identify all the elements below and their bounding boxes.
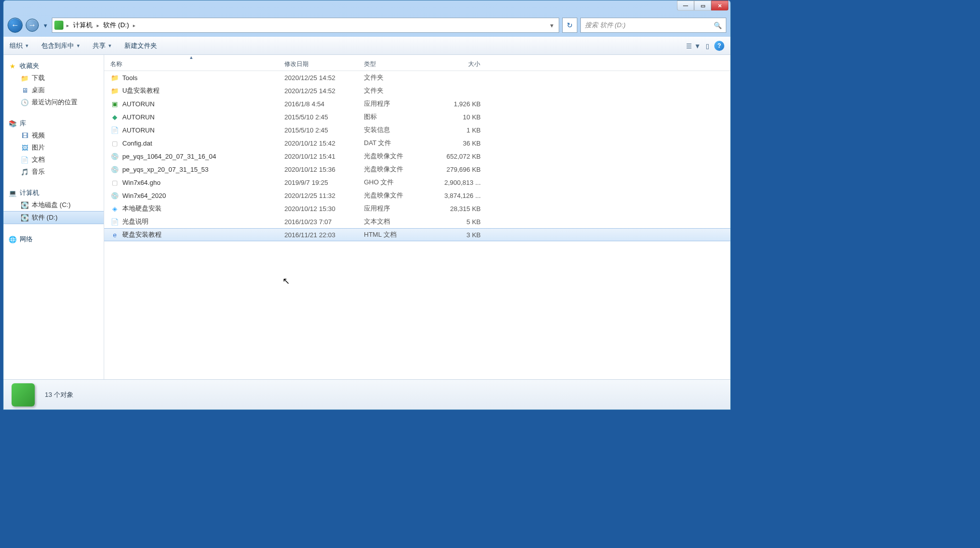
sidebar-music[interactable]: 🎵音乐 [4, 166, 104, 178]
drive-status-icon [12, 383, 35, 406]
sidebar-documents[interactable]: 📄文档 [4, 154, 104, 166]
address-bar[interactable]: ▸ 计算机 ▸ 软件 (D:) ▸ ▾ [52, 18, 559, 33]
file-row[interactable]: ◈本地硬盘安装2020/10/12 15:30应用程序28,315 KB [104, 202, 730, 215]
file-row[interactable]: ▣AUTORUN2016/1/8 4:54应用程序1,926 KB [104, 97, 730, 110]
status-count: 13 个对象 [45, 390, 73, 399]
computer-icon: 💻 [9, 189, 17, 197]
file-row[interactable]: 💿Win7x64_20202020/12/25 11:32光盘映像文件3,874… [104, 189, 730, 202]
chevron-right-icon: ▸ [65, 23, 70, 28]
file-type: 应用程序 [358, 204, 436, 213]
computer-group: 💻计算机 💽本地磁盘 (C:) 💽软件 (D:) [4, 187, 104, 224]
disk-icon: 💽 [21, 214, 29, 222]
share-menu[interactable]: 共享▼ [93, 41, 112, 50]
file-row[interactable]: 💿pe_yqs_xp_20_07_31_15_532020/10/12 15:3… [104, 163, 730, 176]
address-dropdown[interactable]: ▾ [547, 22, 557, 29]
maximize-button[interactable]: ▭ [694, 1, 711, 11]
file-date: 2019/9/7 19:25 [278, 179, 358, 186]
view-mode-button[interactable]: ☰▼ [686, 42, 701, 50]
chevron-down-icon: ▼ [694, 42, 701, 50]
file-row[interactable]: ▢Win7x64.gho2019/9/7 19:25GHO 文件2,900,81… [104, 176, 730, 189]
column-size[interactable]: 大小 [436, 60, 487, 68]
file-name: Win7x64_2020 [122, 192, 166, 199]
file-type: 应用程序 [358, 99, 436, 108]
include-library-menu[interactable]: 包含到库中▼ [41, 41, 81, 50]
sidebar-recent[interactable]: 🕓最近访问的位置 [4, 96, 104, 108]
search-input[interactable]: 搜索 软件 (D:) 🔍 [580, 18, 726, 33]
computer-label: 计算机 [20, 188, 39, 197]
file-size: 10 KB [436, 113, 487, 121]
network-label: 网络 [20, 235, 33, 244]
sidebar-drive-d[interactable]: 💽软件 (D:) [4, 211, 104, 224]
file-name: U盘安装教程 [122, 86, 160, 95]
file-date: 2016/11/21 22:03 [278, 231, 358, 239]
pane-icon: ▯ [706, 42, 709, 50]
video-icon: 🎞 [21, 131, 29, 140]
file-row[interactable]: 📄AUTORUN2015/5/10 2:45安装信息1 KB [104, 123, 730, 136]
sidebar-item-label: 视频 [32, 131, 45, 140]
file-name: Tools [122, 74, 137, 82]
breadcrumb-drive[interactable]: 软件 (D:) [100, 21, 132, 30]
sidebar-item-label: 软件 (D:) [32, 213, 57, 222]
file-type: 文件夹 [358, 86, 436, 95]
list-icon: ☰ [686, 42, 692, 50]
sidebar-libraries[interactable]: 📚库 [4, 117, 104, 129]
toolbar-right: ☰▼ ▯ ? [686, 41, 724, 51]
forward-button[interactable]: → [26, 19, 39, 32]
column-headers: 名称 修改日期 类型 大小 [104, 58, 730, 71]
help-button[interactable]: ? [714, 41, 724, 51]
file-date: 2020/12/25 14:52 [278, 87, 358, 95]
file-size: 3,874,126 ... [436, 192, 487, 199]
organize-menu[interactable]: 组织▼ [10, 41, 29, 50]
new-folder-button[interactable]: 新建文件夹 [124, 41, 157, 50]
file-row[interactable]: e硬盘安装教程2016/11/21 22:03HTML 文档3 KB [104, 228, 730, 241]
close-button[interactable]: ✕ [711, 1, 728, 11]
column-type[interactable]: 类型 [358, 60, 436, 68]
sidebar-downloads[interactable]: 📁下载 [4, 72, 104, 84]
sidebar-favorites[interactable]: ★收藏夹 [4, 60, 104, 72]
iso-icon: 💿 [110, 191, 119, 200]
file-size: 3 KB [436, 231, 487, 239]
file-row[interactable]: ▢Config.dat2020/10/12 15:42DAT 文件36 KB [104, 136, 730, 150]
organize-label: 组织 [10, 41, 23, 50]
sidebar-desktop[interactable]: 🖥桌面 [4, 84, 104, 96]
favorites-group: ★收藏夹 📁下载 🖥桌面 🕓最近访问的位置 [4, 60, 104, 108]
file-row[interactable]: 📄光盘说明2016/10/23 7:07文本文档5 KB [104, 215, 730, 228]
breadcrumb-computer[interactable]: 计算机 [70, 21, 96, 30]
chevron-right-icon: ▸ [96, 23, 100, 28]
file-name: 本地硬盘安装 [122, 204, 162, 213]
chevron-right-icon: ▸ [132, 23, 136, 28]
file-name: 光盘说明 [122, 217, 148, 226]
sidebar-pictures[interactable]: 🖼图片 [4, 142, 104, 154]
minimize-button[interactable]: — [677, 1, 694, 11]
sidebar-computer[interactable]: 💻计算机 [4, 187, 104, 199]
back-button[interactable]: ← [8, 18, 23, 33]
column-date[interactable]: 修改日期 [278, 60, 358, 68]
sidebar-drive-c[interactable]: 💽本地磁盘 (C:) [4, 199, 104, 211]
column-name[interactable]: 名称 [104, 60, 278, 68]
drive-icon [54, 21, 63, 30]
file-row[interactable]: ◆AUTORUN2015/5/10 2:45图标10 KB [104, 110, 730, 123]
file-row[interactable]: 📁U盘安装教程2020/12/25 14:52文件夹 [104, 84, 730, 97]
titlebar: — ▭ ✕ [4, 1, 730, 16]
sidebar-network[interactable]: 🌐网络 [4, 233, 104, 245]
file-date: 2020/10/12 15:36 [278, 166, 358, 173]
sidebar-videos[interactable]: 🎞视频 [4, 129, 104, 142]
new-folder-label: 新建文件夹 [124, 41, 157, 50]
file-date: 2020/12/25 11:32 [278, 192, 358, 199]
arrow-right-icon: → [28, 21, 36, 30]
file-date: 2016/10/23 7:07 [278, 218, 358, 226]
refresh-button[interactable]: ↻ [562, 18, 577, 33]
sidebar: ★收藏夹 📁下载 🖥桌面 🕓最近访问的位置 📚库 🎞视频 🖼图片 📄文档 🎵音乐… [4, 55, 104, 379]
help-icon: ? [717, 42, 721, 49]
libraries-label: 库 [20, 119, 26, 128]
file-row[interactable]: 💿pe_yqs_1064_20_07_31_16_042020/10/12 15… [104, 150, 730, 163]
navbar: ← → ▾ ▸ 计算机 ▸ 软件 (D:) ▸ ▾ ↻ 搜索 软件 (D:) 🔍 [4, 16, 730, 37]
preview-pane-button[interactable]: ▯ [706, 42, 709, 50]
file-size: 5 KB [436, 218, 487, 226]
file-type: 图标 [358, 112, 436, 121]
nav-history-dropdown[interactable]: ▾ [42, 22, 49, 29]
star-icon: ★ [9, 62, 17, 70]
file-row[interactable]: 📁Tools2020/12/25 14:52文件夹 [104, 71, 730, 84]
folder-icon: 📁 [110, 86, 119, 95]
iso-icon: 💿 [110, 165, 119, 174]
